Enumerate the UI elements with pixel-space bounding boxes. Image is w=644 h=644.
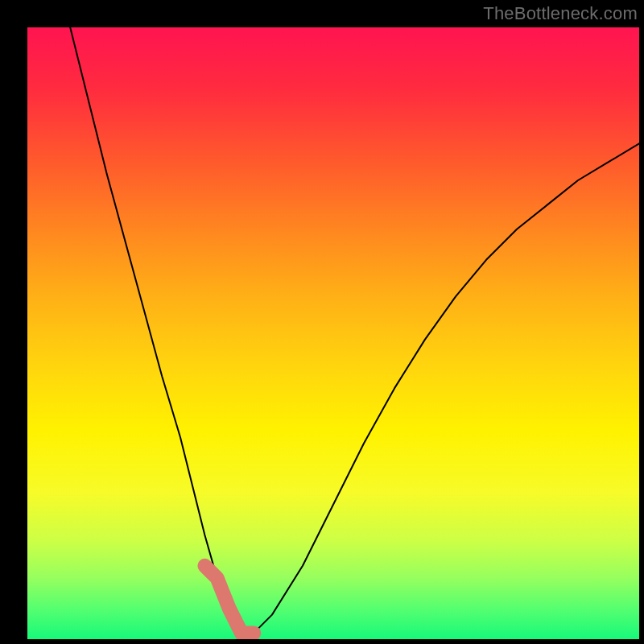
optimal-zone-marker xyxy=(204,566,254,634)
watermark-text: TheBottleneck.com xyxy=(483,3,638,24)
chart-overlay xyxy=(27,27,639,639)
bottleneck-curve xyxy=(70,27,639,633)
chart-frame: TheBottleneck.com xyxy=(0,0,644,644)
plot-area xyxy=(27,27,639,639)
